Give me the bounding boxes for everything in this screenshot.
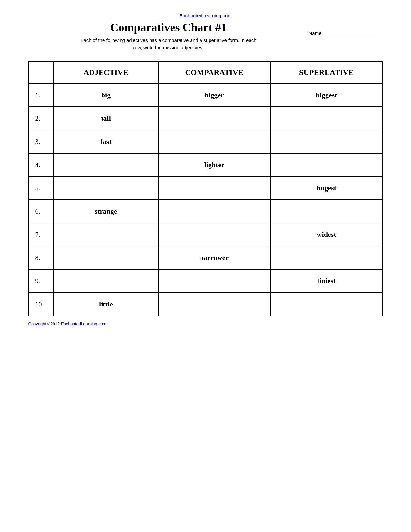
comparative-cell: bigger bbox=[158, 84, 270, 107]
adjective-cell bbox=[54, 269, 158, 293]
copyright-link[interactable]: Copyright bbox=[28, 321, 46, 326]
table-row: 9.tiniest bbox=[29, 269, 383, 293]
row-number: 2. bbox=[29, 107, 54, 130]
superlative-cell bbox=[270, 130, 383, 153]
name-underline bbox=[323, 30, 375, 36]
header-row: Comparatives Chart #1 Each of the follow… bbox=[28, 21, 383, 58]
copyright-year: ©2012 bbox=[47, 321, 60, 326]
row-number: 10. bbox=[29, 293, 54, 316]
superlative-cell bbox=[270, 153, 383, 176]
comparative-cell bbox=[158, 130, 270, 153]
table-row: 3.fast bbox=[29, 130, 383, 153]
comparative-cell bbox=[158, 223, 270, 246]
row-number: 5. bbox=[29, 176, 54, 200]
comparative-cell bbox=[158, 176, 270, 200]
subtitle: Each of the following adjectives has a c… bbox=[28, 37, 309, 51]
col-header-num bbox=[29, 61, 54, 84]
row-number: 1. bbox=[29, 84, 54, 107]
site-url-top[interactable]: EnchantedLearning.com bbox=[179, 13, 232, 18]
col-header-adjective: ADJECTIVE bbox=[54, 61, 158, 84]
page-title: Comparatives Chart #1 bbox=[28, 21, 309, 34]
site-link-top[interactable]: EnchantedLearning.com bbox=[28, 13, 383, 19]
table-row: 5.hugest bbox=[29, 176, 383, 200]
adjective-cell: strange bbox=[54, 200, 158, 223]
comparative-cell: narrower bbox=[158, 246, 270, 269]
row-number: 4. bbox=[29, 153, 54, 176]
footer: Copyright ©2012 EnchantedLearning.com bbox=[28, 321, 383, 326]
page-container: EnchantedLearning.com Comparatives Chart… bbox=[28, 13, 383, 326]
superlative-cell: hugest bbox=[270, 176, 383, 200]
superlative-cell bbox=[270, 107, 383, 130]
superlative-cell: tiniest bbox=[270, 269, 383, 293]
comparative-cell: lighter bbox=[158, 153, 270, 176]
comparative-cell bbox=[158, 269, 270, 293]
row-number: 8. bbox=[29, 246, 54, 269]
comparative-cell bbox=[158, 293, 270, 316]
row-number: 9. bbox=[29, 269, 54, 293]
footer-site-link[interactable]: EnchantedLearning.com bbox=[61, 321, 106, 326]
table-row: 10.little bbox=[29, 293, 383, 316]
table-row: 6.strange bbox=[29, 200, 383, 223]
row-number: 7. bbox=[29, 223, 54, 246]
name-label: Name bbox=[309, 30, 322, 36]
col-header-superlative: SUPERLATIVE bbox=[270, 61, 383, 84]
adjective-cell bbox=[54, 246, 158, 269]
header-row-tr: ADJECTIVE COMPARATIVE SUPERLATIVE bbox=[29, 61, 383, 84]
adjective-cell bbox=[54, 176, 158, 200]
adjective-cell bbox=[54, 223, 158, 246]
table-row: 8.narrower bbox=[29, 246, 383, 269]
subtitle-line2: row, write the missing adjectives. bbox=[133, 45, 203, 50]
superlative-cell: biggest bbox=[270, 84, 383, 107]
table-row: 4.lighter bbox=[29, 153, 383, 176]
adjective-cell: tall bbox=[54, 107, 158, 130]
comparative-cell bbox=[158, 200, 270, 223]
superlative-cell: widest bbox=[270, 223, 383, 246]
superlative-cell bbox=[270, 200, 383, 223]
superlative-cell bbox=[270, 246, 383, 269]
adjective-cell: little bbox=[54, 293, 158, 316]
table-body: 1.bigbiggerbiggest2.tall3.fast4.lighter5… bbox=[29, 84, 383, 316]
table-row: 7.widest bbox=[29, 223, 383, 246]
row-number: 3. bbox=[29, 130, 54, 153]
col-header-comparative: COMPARATIVE bbox=[158, 61, 270, 84]
row-number: 6. bbox=[29, 200, 54, 223]
adjective-cell: fast bbox=[54, 130, 158, 153]
table-row: 1.bigbiggerbiggest bbox=[29, 84, 383, 107]
adjective-cell: big bbox=[54, 84, 158, 107]
comparative-cell bbox=[158, 107, 270, 130]
adjective-cell bbox=[54, 153, 158, 176]
comparatives-table: ADJECTIVE COMPARATIVE SUPERLATIVE 1.bigb… bbox=[28, 61, 383, 316]
superlative-cell bbox=[270, 293, 383, 316]
name-block: Name bbox=[309, 21, 383, 36]
table-header: ADJECTIVE COMPARATIVE SUPERLATIVE bbox=[29, 61, 383, 84]
subtitle-line1: Each of the following adjectives has a c… bbox=[80, 37, 256, 43]
table-row: 2.tall bbox=[29, 107, 383, 130]
title-block: Comparatives Chart #1 Each of the follow… bbox=[28, 21, 309, 58]
